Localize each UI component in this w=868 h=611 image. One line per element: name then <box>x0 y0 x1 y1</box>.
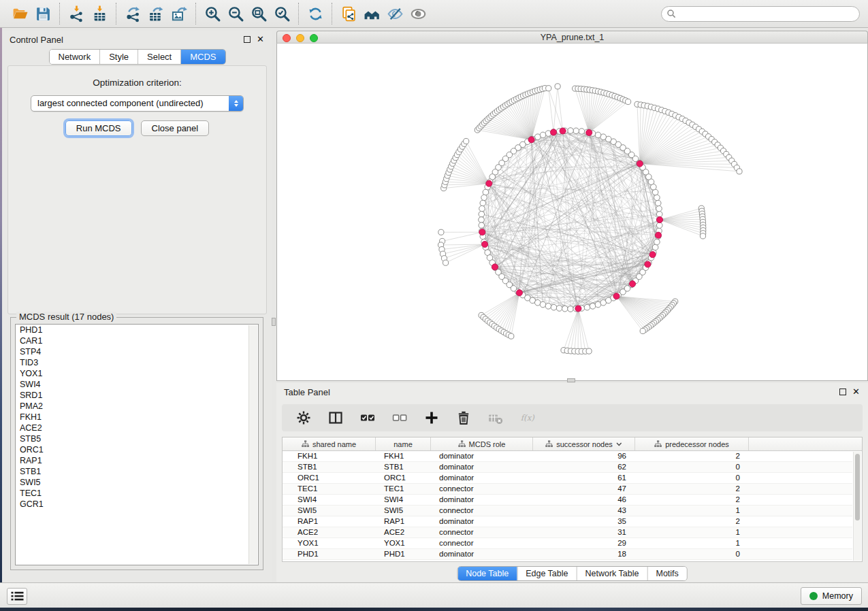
zoom-fit-button[interactable] <box>247 2 270 25</box>
export-table-button[interactable] <box>144 2 167 25</box>
optimization-criterion-select[interactable]: largest connected component (undirected) <box>31 95 244 112</box>
tab-motifs[interactable]: Motifs <box>647 567 686 580</box>
cell-predecessor-nodes: 0 <box>635 549 749 559</box>
first-neighbors-button[interactable] <box>360 2 383 25</box>
mcds-result-item[interactable]: SRD1 <box>16 390 258 401</box>
mcds-result-item[interactable]: FKH1 <box>16 412 258 423</box>
tab-node-table[interactable]: Node Table <box>457 567 517 580</box>
mcds-list-scrollbar[interactable] <box>248 325 257 564</box>
column-header-mcds-role[interactable]: MCDS role <box>431 437 533 450</box>
mcds-result-item[interactable]: TEC1 <box>16 488 258 499</box>
vertical-splitter-handle[interactable] <box>272 318 276 326</box>
network-canvas[interactable] <box>276 44 868 381</box>
column-header-shared-name[interactable]: shared name <box>283 437 376 450</box>
column-manager-button[interactable] <box>327 410 344 426</box>
mcds-result-item[interactable]: GCR1 <box>16 499 258 510</box>
open-file-button[interactable] <box>8 2 31 25</box>
sort-descending-icon <box>616 442 622 446</box>
delete-columns-button[interactable] <box>455 410 472 426</box>
table-row[interactable]: STB1STB1dominator620 <box>283 462 852 473</box>
zoom-selected-button[interactable] <box>270 2 293 25</box>
import-network-button[interactable] <box>65 2 88 25</box>
mcds-result-item[interactable]: STB5 <box>16 433 258 444</box>
export-image-icon <box>171 5 188 22</box>
import-table-button[interactable] <box>88 2 111 25</box>
close-window-icon[interactable] <box>283 34 291 42</box>
mcds-result-item[interactable]: CAR1 <box>16 335 258 346</box>
table-settings-button[interactable] <box>295 410 312 426</box>
delete-table-button[interactable] <box>487 410 504 426</box>
float-panel-icon[interactable] <box>839 389 846 395</box>
column-header-predecessor-nodes[interactable]: predecessor nodes <box>635 437 749 450</box>
cell-name: YOX1 <box>376 538 431 548</box>
zoom-in-button[interactable] <box>201 2 224 25</box>
tab-network-table[interactable]: Network Table <box>577 567 647 580</box>
network-window-titlebar[interactable]: YPA_prune.txt_1 <box>276 31 868 44</box>
refresh-button[interactable] <box>304 2 327 25</box>
column-header-successor-nodes[interactable]: successor nodes <box>533 437 635 450</box>
table-row[interactable]: RAP1RAP1dominator352 <box>283 516 852 527</box>
cell-shared-name: RAP1 <box>283 516 376 527</box>
table-panel-title: Table Panel <box>284 387 330 397</box>
float-panel-icon[interactable] <box>244 36 251 43</box>
cell-successor-nodes: 96 <box>533 451 635 461</box>
tab-edge-table[interactable]: Edge Table <box>517 567 576 580</box>
show-all-button[interactable] <box>406 2 430 25</box>
tab-select[interactable]: Select <box>138 50 180 64</box>
table-row[interactable]: YOX1YOX1connector291 <box>283 538 852 549</box>
run-mcds-button[interactable]: Run MCDS <box>65 120 132 136</box>
save-session-button[interactable] <box>31 2 54 25</box>
memory-status-icon <box>809 592 818 600</box>
control-panel-tabs: NetworkStyleSelectMCDS <box>48 49 225 65</box>
tab-style[interactable]: Style <box>99 50 138 64</box>
close-panel-icon[interactable]: ✕ <box>852 386 860 398</box>
table-row[interactable]: SWI4SWI4dominator462 <box>283 495 852 506</box>
mcds-result-item[interactable]: STP4 <box>16 346 258 357</box>
close-panel-button[interactable]: Close panel <box>141 120 210 136</box>
cell-shared-name: TEC1 <box>283 484 376 494</box>
add-column-button[interactable] <box>423 410 440 426</box>
function-builder-button[interactable]: f(x) <box>519 410 536 426</box>
minimize-window-icon[interactable] <box>296 34 304 42</box>
mcds-result-item[interactable]: RAP1 <box>16 455 258 466</box>
maximize-window-icon[interactable] <box>310 34 318 42</box>
tab-mcds[interactable]: MCDS <box>180 50 225 64</box>
memory-button[interactable]: Memory <box>801 587 862 605</box>
duplicate-network-button[interactable] <box>337 2 360 25</box>
mcds-result-item[interactable]: PMA2 <box>16 401 258 412</box>
network-graph[interactable] <box>277 44 867 380</box>
search-input[interactable] <box>661 6 860 22</box>
table-scrollbar[interactable] <box>853 452 861 561</box>
export-image-button[interactable] <box>167 2 191 25</box>
mcds-result-item[interactable]: ORC1 <box>16 444 258 455</box>
mcds-result-item[interactable]: STB1 <box>16 466 258 477</box>
mcds-result-item[interactable]: YOX1 <box>16 368 258 379</box>
table-row[interactable]: PHD1PHD1dominator180 <box>283 549 852 560</box>
close-panel-icon[interactable]: ✕ <box>257 33 264 46</box>
mcds-result-item[interactable]: SWI4 <box>16 379 258 390</box>
zoom-out-icon <box>227 5 244 22</box>
table-toolbar: f(x) <box>282 404 863 431</box>
mcds-result-item[interactable]: TID3 <box>16 357 258 368</box>
column-header-name[interactable]: name <box>376 437 431 450</box>
table-row[interactable]: ORC1ORC1dominator610 <box>283 473 852 484</box>
cell-name: ORC1 <box>376 473 431 483</box>
table-row[interactable]: FKH1FKH1dominator962 <box>283 451 852 462</box>
mcds-result-item[interactable]: SWI5 <box>16 477 258 488</box>
task-history-button[interactable] <box>7 588 27 605</box>
mcds-result-item[interactable]: ACE2 <box>16 423 258 433</box>
mcds-result-item[interactable]: PHD1 <box>16 325 258 335</box>
toolbar-separator <box>332 3 332 24</box>
table-row[interactable]: TEC1TEC1connector472 <box>283 484 852 495</box>
select-all-rows-button[interactable] <box>359 410 376 426</box>
hide-selected-button[interactable] <box>383 2 406 25</box>
horizontal-splitter-handle[interactable] <box>567 378 575 382</box>
table-row[interactable]: ACE2ACE2connector311 <box>283 527 852 538</box>
table-scrollbar-thumb[interactable] <box>855 454 860 521</box>
deselect-all-rows-button[interactable] <box>391 410 408 426</box>
tab-network[interactable]: Network <box>49 50 99 64</box>
cell-shared-name: SWI5 <box>283 506 376 516</box>
table-row[interactable]: SWI5SWI5connector431 <box>283 506 852 516</box>
export-network-button[interactable] <box>121 2 144 25</box>
zoom-out-button[interactable] <box>224 2 247 25</box>
